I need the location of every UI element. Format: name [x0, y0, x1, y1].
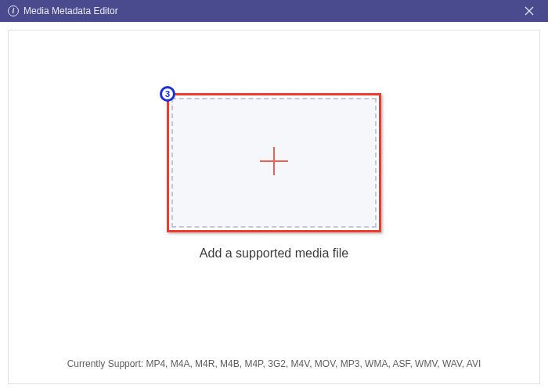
annotation-step-number: 3	[165, 90, 170, 99]
add-media-dropzone[interactable]	[171, 98, 377, 228]
close-button[interactable]	[518, 0, 540, 22]
supported-formats-footer: Currently Support: MP4, M4A, M4R, M4B, M…	[9, 347, 539, 383]
info-icon: i	[8, 5, 19, 16]
drop-area-wrapper: 3	[167, 93, 381, 232]
close-icon	[525, 6, 534, 16]
annotation-step-badge: 3	[160, 86, 175, 102]
window-title: Media Metadata Editor	[23, 5, 118, 16]
plus-icon	[257, 144, 291, 182]
app-window: i Media Metadata Editor 3	[0, 0, 548, 392]
title-left: i Media Metadata Editor	[8, 5, 118, 16]
titlebar: i Media Metadata Editor	[0, 0, 548, 22]
dropzone-caption: Add a supported media file	[200, 246, 348, 261]
main-panel: 3 Add a supported media file Currently S…	[8, 30, 540, 384]
